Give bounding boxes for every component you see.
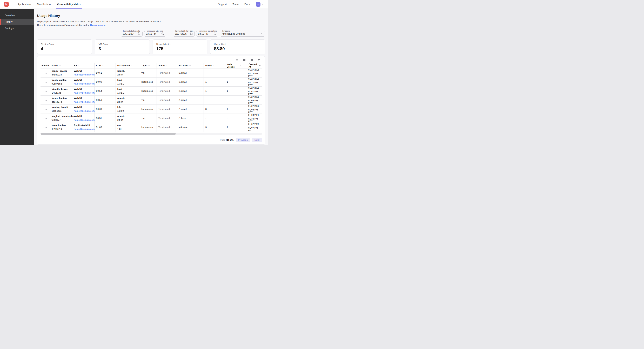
column-menu-icon[interactable] [91, 64, 93, 67]
column-header-distribution[interactable]: Distribution [116, 63, 140, 68]
nav-troubleshoot[interactable]: Troubleshoot [36, 0, 52, 8]
terminated-after-date-label: Terminated after date [122, 30, 140, 32]
column-menu-icon[interactable] [136, 64, 138, 67]
created-date: 01/27/2025 [248, 96, 261, 98]
by-email-link[interactable]: name@domain.com [74, 91, 93, 94]
table-row: happy_beavera48d9324 Web UIname@domain.c… [40, 68, 262, 77]
row-actions-button[interactable] [43, 117, 47, 119]
cell-actions [40, 123, 50, 132]
column-header-nodes[interactable]: Nodes [204, 63, 225, 68]
column-menu-icon[interactable] [112, 64, 114, 67]
sidebar-item-settings[interactable]: Settings [0, 25, 34, 31]
stat-value: 3 [98, 46, 146, 51]
scrollbar-thumb[interactable] [40, 133, 176, 135]
nav-docs[interactable]: Docs [244, 3, 250, 6]
row-actions-button[interactable] [43, 72, 47, 74]
by-email-link[interactable]: name@domain.com [74, 128, 93, 130]
terminated-after-date-input[interactable] [122, 32, 138, 35]
stat-label: Usage Minutes [156, 43, 204, 45]
cell-by: Web UIname@domain.com [72, 86, 94, 95]
main-content: Usage History Displays prior clusters/VM… [34, 9, 268, 145]
status-badge: Terminated [158, 90, 170, 92]
by-email-link[interactable]: name@domain.com [74, 110, 93, 112]
columns-icon[interactable] [243, 59, 246, 62]
cell-name: funny_lumierede9ed87d [50, 95, 72, 104]
column-header-node-groups[interactable]: Node Groups [225, 63, 247, 68]
column-menu-icon[interactable] [174, 64, 176, 67]
by-email-link[interactable]: name@domain.com [74, 73, 93, 76]
primary-nav: Applications Troubleshoot Compatibility … [13, 0, 82, 8]
filter-icon[interactable] [236, 59, 238, 62]
replicated-logo[interactable]: R [4, 2, 9, 7]
terminated-after-time-input[interactable] [146, 32, 161, 35]
column-menu-icon[interactable] [200, 64, 202, 67]
row-actions-button[interactable] [43, 108, 47, 110]
overview-page-link[interactable]: Overview page [90, 24, 106, 26]
sort-icon [78, 65, 80, 66]
column-header-instance[interactable]: Instance [177, 63, 204, 68]
terminated-after-time-field[interactable]: Terminated after time [144, 31, 166, 36]
row-actions-button[interactable] [43, 81, 47, 83]
column-menu-icon[interactable] [153, 64, 156, 67]
created-time: 01:07 PM PST [248, 126, 261, 132]
terminated-before-date-field[interactable]: Terminated before date [173, 31, 195, 36]
chevron-down-icon [261, 2, 264, 6]
status-badge: Terminated [158, 81, 170, 83]
terminated-before-time-input[interactable] [198, 32, 214, 35]
sort-icon [102, 65, 105, 66]
instance-value: r1.small [178, 81, 187, 83]
by-email-link[interactable]: name@domain.com [74, 101, 93, 103]
cell-by: Web UIname@domain.com [72, 114, 94, 123]
nav-support[interactable]: Support [218, 3, 227, 6]
cell-distribution: ubuntu24.04 [116, 95, 140, 104]
nav-compatibility-matrix[interactable]: Compatibility Matrix [56, 0, 82, 8]
column-menu-icon[interactable] [244, 64, 246, 67]
cell-status: Terminated [156, 86, 177, 95]
cell-by: Web UIname@domain.com [72, 77, 94, 86]
column-header-by[interactable]: By [72, 63, 94, 68]
fullscreen-icon[interactable] [258, 59, 261, 62]
sidebar-item-history[interactable]: History [0, 18, 34, 25]
cell-instance: r1.small [177, 68, 204, 77]
cell-cost: $0.54 [94, 86, 116, 95]
by-email-link[interactable]: name@domain.com [74, 119, 93, 121]
density-icon[interactable] [250, 59, 253, 62]
row-actions-button[interactable] [43, 99, 47, 101]
previous-page-button[interactable]: Previous [236, 138, 250, 142]
app-window: R Applications Troubleshoot Compatibilit… [0, 0, 268, 145]
column-header-created-at[interactable]: Created At [247, 63, 262, 68]
next-page-button[interactable]: Next [252, 138, 262, 142]
sidebar-item-overview[interactable]: Overview [0, 12, 34, 18]
cell-by: Web UIname@domain.com [72, 68, 94, 77]
row-actions-button[interactable] [43, 126, 47, 129]
cluster-name: friendly_brown [52, 88, 71, 90]
stat-card-usage-minutes: Usage Minutes 175 [153, 39, 208, 54]
calendar-icon[interactable] [138, 32, 141, 35]
avatar: K [256, 2, 260, 7]
user-menu-button[interactable]: K [256, 2, 264, 7]
nav-applications[interactable]: Applications [16, 0, 32, 8]
row-actions-button[interactable] [43, 90, 47, 92]
column-header-cost[interactable]: Cost [94, 63, 116, 68]
node-groups-value: 1 [227, 81, 228, 83]
terminated-after-date-field[interactable]: Terminated after date [121, 31, 142, 36]
terminated-before-time-field[interactable]: Terminated before time [196, 31, 218, 36]
usage-history-table-card: Actions Name By Cost Distribution Type S… [37, 56, 265, 144]
timezone-select[interactable]: Timezone America/Los_Angeles [220, 31, 265, 36]
calendar-icon[interactable] [190, 32, 193, 35]
terminated-before-date-input[interactable] [175, 32, 190, 35]
by-email-link[interactable]: name@domain.com [74, 82, 93, 85]
column-menu-icon[interactable] [222, 64, 224, 67]
created-time: 01:03 PM PST [248, 99, 261, 104]
cell-instance: r1.small [177, 95, 204, 104]
cell-nodes: 1 [204, 77, 225, 86]
column-header-status[interactable]: Status [156, 63, 177, 68]
clock-icon[interactable] [161, 32, 164, 35]
column-header-type[interactable]: Type [140, 63, 156, 68]
column-header-name[interactable]: Name [50, 63, 72, 68]
nodes-value: 1 [206, 81, 207, 83]
by-source: Web UI [74, 97, 93, 99]
cell-actions [40, 114, 50, 123]
clock-icon[interactable] [214, 32, 216, 35]
nav-team[interactable]: Team [232, 3, 238, 6]
